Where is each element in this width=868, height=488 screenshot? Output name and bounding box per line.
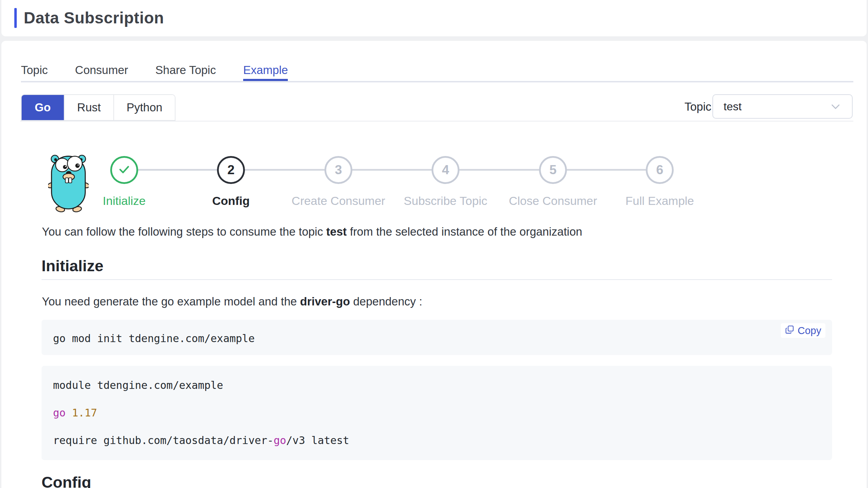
top-tabs: Topic Consumer Share Topic Example bbox=[21, 64, 288, 81]
lang-tab-rust[interactable]: Rust bbox=[64, 95, 113, 120]
stepper-connector bbox=[138, 169, 646, 171]
step-circle-subscribe-topic: 4 bbox=[432, 156, 459, 184]
copy-button[interactable]: Copy bbox=[781, 323, 825, 338]
driver-go-name: driver-go bbox=[300, 295, 350, 308]
step-label-full-example: Full Example bbox=[626, 194, 694, 208]
step-label-subscribe-topic: Subscribe Topic bbox=[404, 194, 487, 208]
tab-share-topic[interactable]: Share Topic bbox=[155, 64, 216, 81]
intro-topic-name: test bbox=[326, 225, 347, 238]
page-title: Data Subscription bbox=[24, 8, 164, 27]
step-circle-initialize bbox=[110, 156, 138, 184]
copy-button-label: Copy bbox=[798, 325, 821, 337]
lang-tab-python[interactable]: Python bbox=[113, 95, 175, 120]
gopher-mascot bbox=[48, 151, 89, 212]
step-circle-config: 2 bbox=[217, 156, 245, 184]
data-subscription-page: Data Subscription Topic Consumer Share T… bbox=[0, 0, 868, 488]
toolbar-divider bbox=[20, 121, 853, 121]
step-label-close-consumer: Close Consumer bbox=[509, 194, 597, 208]
chevron-down-icon bbox=[830, 101, 841, 112]
intro-text: You can follow the following steps to co… bbox=[42, 225, 582, 238]
section-heading-config: Config bbox=[42, 473, 91, 488]
tab-example[interactable]: Example bbox=[243, 64, 288, 81]
step-circle-full-example: 6 bbox=[646, 156, 674, 184]
step-label-initialize: Initialize bbox=[103, 194, 146, 208]
tab-consumer[interactable]: Consumer bbox=[75, 64, 128, 81]
code-block-go-mod-init: Copy go mod init tdengine.com/example bbox=[42, 320, 832, 355]
title-accent-bar bbox=[14, 8, 17, 28]
initialize-description: You need generate the go example model a… bbox=[42, 295, 422, 308]
topic-select[interactable]: test bbox=[712, 94, 853, 119]
code-line: require github.com/taosdata/driver-go/v3… bbox=[53, 434, 349, 446]
copy-icon bbox=[785, 325, 794, 337]
topic-select-value: test bbox=[724, 100, 742, 113]
section-divider bbox=[42, 279, 832, 280]
page-header: Data Subscription bbox=[1, 0, 867, 36]
tabs-underline bbox=[21, 81, 853, 82]
code-block-go-mod-file: module tdengine.com/example go 1.17 requ… bbox=[42, 366, 832, 460]
step-label-create-consumer: Create Consumer bbox=[292, 194, 385, 208]
language-button-group: Go Rust Python bbox=[21, 94, 175, 121]
topic-select-label: Topic bbox=[684, 100, 711, 113]
section-heading-initialize: Initialize bbox=[42, 257, 104, 275]
step-circle-create-consumer: 3 bbox=[324, 156, 352, 184]
lang-tab-go[interactable]: Go bbox=[22, 95, 64, 120]
code-line: go mod init tdengine.com/example bbox=[53, 332, 255, 345]
check-icon bbox=[117, 162, 131, 178]
tab-topic[interactable]: Topic bbox=[21, 64, 48, 81]
code-line: go 1.17 bbox=[53, 407, 97, 419]
step-label-config: Config bbox=[212, 194, 250, 208]
step-circle-close-consumer: 5 bbox=[539, 156, 567, 184]
code-line: module tdengine.com/example bbox=[53, 379, 223, 391]
